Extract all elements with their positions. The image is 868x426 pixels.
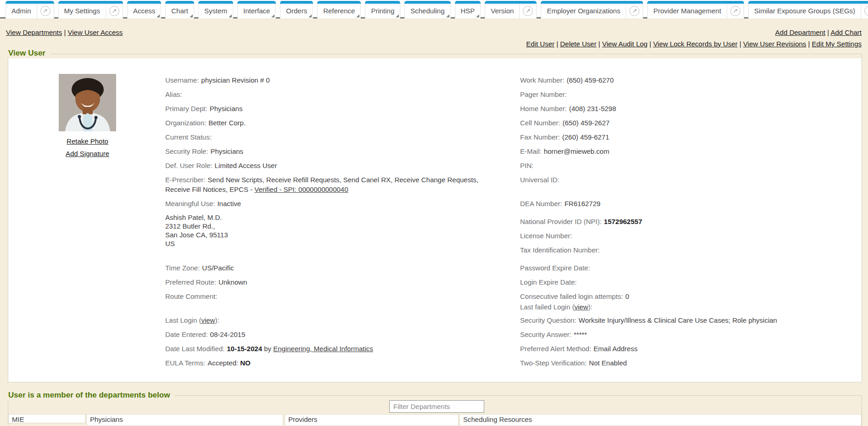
field-date-entered: Date Entered:08-24-2015 [165, 330, 489, 344]
field-tax-id: Tax Identification Number: [520, 245, 863, 259]
nav-tab-label[interactable]: Similar Exposure Groups (SEGs) [749, 1, 861, 18]
address-line-1: Ashish Patel, M.D. [165, 213, 489, 222]
field-npi: National Provider ID (NPI):1572962557 [520, 217, 863, 231]
user-details-right-column: Work Number:(650) 459-6270 Pager Number:… [520, 75, 863, 372]
field-email: E-Mail:horner@mieweb.com [520, 146, 863, 161]
nav-tab-label[interactable]: Access [128, 1, 161, 18]
nav-tab-label[interactable]: System [199, 1, 233, 18]
departments-legend: User is a member of the departments belo… [7, 391, 174, 400]
link-delete-user[interactable]: Delete User [560, 40, 596, 48]
field-primary-dept: Primary Dept:Physicians [165, 104, 489, 118]
field-dea-number: DEA Number:FR6162729 [520, 199, 863, 213]
top-nav: Admin↗My Settings↗AccessChartSystemInter… [0, 0, 868, 18]
add-signature-link[interactable]: Add Signature [66, 150, 109, 157]
nav-tab-interface[interactable]: Interface [237, 1, 276, 18]
nav-tab-label[interactable]: My Settings [59, 1, 106, 18]
spacer [165, 248, 489, 263]
link-view-departments[interactable]: View Departments [6, 28, 62, 36]
department-cell-physicians[interactable]: Physicians [86, 414, 283, 426]
field-two-step-verification: Two-Step Verification:Not Enabled [520, 358, 863, 372]
spi-verified-link[interactable]: Verified - SPI: 0000000000040 [254, 185, 348, 193]
nav-tab-access[interactable]: Access [127, 1, 161, 18]
field-last-failed-login: Last failed Login (view): [520, 302, 863, 313]
last-login-view-link[interactable]: view [201, 316, 215, 324]
field-universal-id: Universal ID: [520, 175, 863, 189]
nav-tab-label[interactable]: HSP [455, 1, 481, 18]
field-preferred-alert-method: Preferred Alert Method:Email Address [520, 344, 863, 358]
user-details-left-column: Username:physician Revision # 0 Alias: P… [165, 75, 489, 372]
link-add-department[interactable]: Add Department [775, 28, 825, 36]
nav-tab-reference[interactable]: Reference [317, 1, 361, 18]
nav-tab-orders[interactable]: Orders [280, 1, 313, 18]
field-login-expire: Login Expire Date: [520, 277, 863, 291]
retake-photo-link[interactable]: Retake Photo [67, 137, 108, 145]
link-edit-user[interactable]: Edit User [526, 40, 554, 48]
field-def-user-role: Def. User Role:Limited Access User [165, 161, 489, 175]
nav-tab-version[interactable]: Version↗ [485, 1, 537, 18]
field-fax-number: Fax Number:(260) 459-6271 [520, 132, 863, 146]
field-security-answer: Security Answer:***** [520, 330, 863, 344]
nav-tab-label[interactable]: Scheduling [405, 1, 450, 18]
field-current-status: Current Status: [165, 132, 489, 146]
field-preferred-route: Preferred Route:Unknown [165, 277, 489, 291]
field-organization: Organization:Better Corp. [165, 118, 489, 132]
address-line-2: 2312 Butler Rd., [165, 222, 489, 230]
open-new-window-icon[interactable]: ↗ [37, 1, 54, 18]
field-route-comment: Route Comment: [165, 291, 489, 306]
add-signature-link-wrap: Add Signature [59, 150, 116, 157]
link-view-lock-records-by-user[interactable]: View Lock Records by User [653, 40, 738, 48]
nav-tab-admin[interactable]: Admin↗ [6, 1, 54, 18]
link-view-user-access[interactable]: View User Access [68, 28, 123, 36]
nav-tab-label[interactable]: Orders [280, 1, 313, 18]
department-cell-providers[interactable]: Providers [285, 414, 459, 426]
department-cell-mie[interactable]: MIE [8, 414, 85, 423]
link-add-chart[interactable]: Add Chart [830, 28, 862, 36]
field-eula-terms: EULA Terms:Accepted: NO [165, 358, 489, 372]
nav-tab-label[interactable]: Printing [365, 1, 400, 18]
field-last-login: Last Login (view): [165, 315, 489, 330]
view-user-page: Admin↗My Settings↗AccessChartSystemInter… [0, 0, 868, 426]
nav-tab-label[interactable]: Reference [318, 1, 360, 18]
nav-tab-label[interactable]: Version [485, 1, 519, 18]
nav-tab-label[interactable]: Provider Management [648, 1, 727, 18]
link-view-audit-log[interactable]: View Audit Log [602, 40, 648, 48]
address-line-4: US [165, 239, 489, 248]
nav-tab-label[interactable]: Employer Organizations [541, 1, 626, 18]
nav-tab-my-settings[interactable]: My Settings↗ [58, 1, 123, 18]
nav-tab-similar-exposure-groups-segs[interactable]: Similar Exposure Groups (SEGs)↗ [748, 1, 868, 18]
open-new-window-icon[interactable]: ↗ [861, 1, 868, 18]
toolbar-top-right-links: Add Department | Add Chart [775, 28, 862, 36]
nav-tab-provider-management[interactable]: Provider Management↗ [647, 1, 744, 18]
open-new-window-icon[interactable]: ↗ [727, 1, 744, 18]
retake-photo-link-wrap: Retake Photo [59, 137, 116, 145]
nav-tab-hsp[interactable]: HSP [455, 1, 481, 18]
department-cell-scheduling-resources[interactable]: Scheduling Resources [459, 414, 862, 426]
nav-tab-label[interactable]: Admin [6, 1, 37, 18]
field-work-number: Work Number:(650) 459-6270 [520, 75, 863, 90]
field-security-role: Security Role:Physicians [165, 146, 489, 161]
nav-tab-chart[interactable]: Chart [165, 1, 194, 18]
spacer [520, 213, 863, 217]
nav-tab-label[interactable]: Interface [238, 1, 275, 18]
link-view-user-revisions[interactable]: View User Revisions [743, 40, 806, 48]
field-cell-number: Cell Number:(650) 459-2627 [520, 118, 863, 132]
filter-departments-input[interactable] [389, 400, 484, 413]
toolbar-left-links: View Departments | View User Access [6, 28, 123, 36]
nav-tab-system[interactable]: System [198, 1, 233, 18]
field-failed-attempts: Consecutive failed login attempts:0 [520, 291, 863, 302]
field-home-number: Home Number:(408) 231-5298 [520, 104, 863, 118]
open-new-window-icon[interactable]: ↗ [519, 1, 536, 18]
field-time-zone: Time Zone:US/Pacific [165, 263, 489, 277]
last-failed-login-view-link[interactable]: view [574, 303, 588, 311]
nav-tab-printing[interactable]: Printing [365, 1, 400, 18]
open-new-window-icon[interactable]: ↗ [106, 1, 123, 18]
open-new-window-icon[interactable]: ↗ [626, 1, 643, 18]
field-license-number: License Number: [520, 231, 863, 245]
field-username: Username:physician Revision # 0 [165, 75, 489, 90]
nav-tab-employer-organizations[interactable]: Employer Organizations↗ [541, 1, 643, 18]
nav-tab-label[interactable]: Chart [166, 1, 194, 18]
modified-by-link[interactable]: Engineering, Medical Informatics [273, 345, 373, 353]
address-line-3: San Jose CA, 95113 [165, 230, 489, 239]
nav-tab-scheduling[interactable]: Scheduling [404, 1, 450, 18]
link-edit-my-settings[interactable]: Edit My Settings [812, 40, 862, 48]
